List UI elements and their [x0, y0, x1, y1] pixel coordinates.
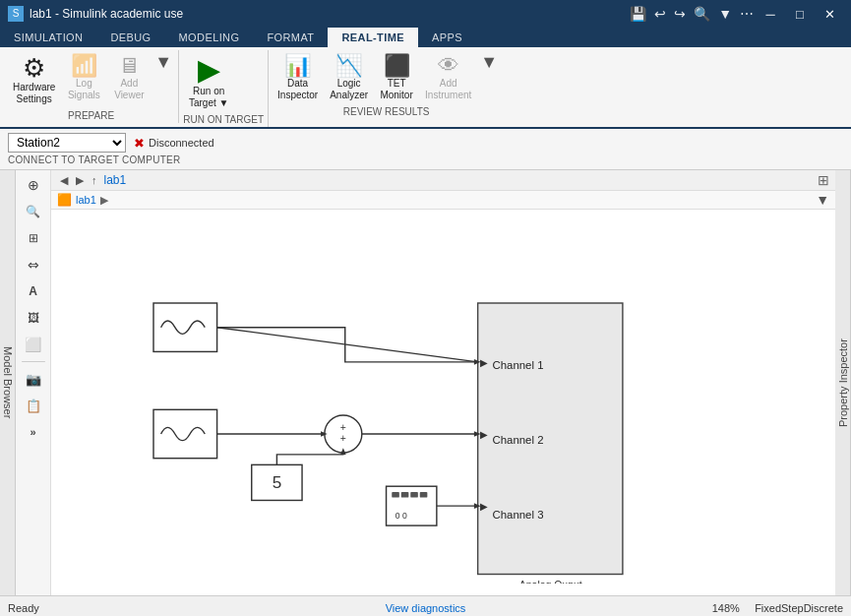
model-browser-sidebar[interactable]: Model Browser [0, 170, 16, 595]
tet-monitor-btn[interactable]: ⬛ TETMonitor [375, 52, 418, 104]
prepare-label: PREPARE [8, 108, 174, 123]
window-title: lab1 - Simulink academic use [30, 7, 619, 21]
run-on-target-label: Run onTarget ▼ [189, 86, 228, 109]
back-btn[interactable]: ◀ [57, 173, 71, 188]
model-icon: 🟧 [57, 193, 72, 207]
text-btn[interactable]: A [19, 278, 48, 304]
save-qat-btn[interactable]: 💾 [627, 4, 649, 24]
zoom-in-btn[interactable]: 🔍 [19, 199, 48, 224]
analog-output-block[interactable]: Channel 1 Channel 2 Channel 3 Analog Oup… [478, 303, 623, 584]
breadcrumb-tab[interactable]: lab1 [104, 173, 127, 187]
tab-format[interactable]: FORMAT [253, 28, 328, 47]
simulink-canvas[interactable]: + + 5 0 0 [51, 210, 835, 584]
main-area: Model Browser ⊕ 🔍 ⊞ ⇔ A 🖼 ⬜ 📷 📋 » ◀ ▶ ↑ … [0, 170, 851, 595]
grid-icon[interactable]: ⊞ [818, 172, 829, 188]
title-bar: S lab1 - Simulink academic use 💾 ↩ ↪ 🔍 ▼… [0, 0, 851, 28]
status-bar: Ready View diagnostics 148% FixedStepDis… [0, 595, 851, 616]
canvas-svg: + + 5 0 0 [51, 210, 835, 584]
station-select[interactable]: Station2 [8, 133, 126, 153]
data-inspector-icon: 📊 [284, 55, 311, 77]
status-right: 148% FixedStepDiscrete [565, 602, 843, 614]
arrows-btn[interactable]: ⇔ [19, 252, 48, 277]
logic-analyzer-icon: 📉 [335, 55, 362, 77]
add-viewer-icon: 🖥 [118, 55, 140, 77]
tab-realtime[interactable]: REAL-TIME [328, 28, 417, 47]
hardware-settings-icon: ⚙ [23, 55, 45, 81]
review-buttons: 📊 DataInspector 📉 LogicAnalyzer ⬛ TETMon… [273, 50, 500, 104]
add-instrument-icon: 👁 [438, 55, 459, 77]
station-dropdown[interactable]: Station2 [8, 133, 126, 153]
status-ready: Ready [8, 602, 286, 614]
redo-qat-btn[interactable]: ↪ [671, 4, 689, 24]
sine-block-1[interactable] [153, 303, 217, 351]
svg-marker-23 [474, 503, 481, 509]
hardware-settings-btn[interactable]: ⚙ HardwareSettings [8, 52, 60, 108]
undo-qat-btn[interactable]: ↩ [651, 4, 669, 24]
add-viewer-btn: 🖥 AddViewer [107, 52, 151, 104]
zoom-fit-btn[interactable]: ⊕ [19, 172, 48, 198]
forward-btn[interactable]: ▶ [73, 173, 87, 188]
svg-text:▶: ▶ [480, 501, 488, 512]
ribbon: ⚙ HardwareSettings 📶 LogSignals 🖥 AddVie… [0, 47, 851, 129]
close-btn[interactable]: ✕ [816, 0, 843, 28]
simulation-mode: FixedStepDiscrete [755, 602, 843, 614]
breadcrumb-nav: ◀ ▶ ↑ [57, 173, 100, 188]
model-path-bar: 🟧 lab1 ▶ ▼ [51, 191, 835, 210]
model-name[interactable]: lab1 [76, 194, 96, 206]
maximize-btn[interactable]: □ [786, 0, 814, 28]
connect-section-label: CONNECT TO TARGET COMPUTER [8, 154, 843, 167]
vertical-toolbar: ⊕ 🔍 ⊞ ⇔ A 🖼 ⬜ 📷 📋 » [16, 170, 51, 595]
tab-apps[interactable]: APPS [418, 28, 476, 47]
tet-monitor-label: TETMonitor [380, 78, 412, 101]
run-label: RUN ON TARGET [183, 112, 264, 127]
review-expand-icon[interactable]: ▼ [480, 52, 498, 73]
const-block[interactable]: 5 [252, 464, 302, 500]
minimize-btn[interactable]: ─ [757, 0, 784, 28]
run-on-target-btn[interactable]: ▶ Run onTarget ▼ [183, 52, 234, 112]
more-qat-btn[interactable]: ▼ [715, 4, 735, 24]
up-btn[interactable]: ↑ [89, 173, 100, 188]
window-controls: ─ □ ✕ [757, 0, 843, 28]
data-inspector-btn[interactable]: 📊 DataInspector [273, 52, 323, 104]
sine-block-2[interactable] [153, 409, 217, 458]
fit-block-btn[interactable]: ⊞ [19, 225, 48, 251]
zoom-level: 148% [712, 602, 740, 614]
tab-modeling[interactable]: MODELING [165, 28, 254, 47]
app-icon: S [8, 6, 24, 22]
menu-qat-btn[interactable]: ⋯ [737, 4, 757, 24]
svg-rect-7 [387, 486, 437, 525]
prepare-expand-icon[interactable]: ▼ [154, 52, 172, 73]
tab-debug[interactable]: DEBUG [96, 28, 164, 47]
tet-monitor-icon: ⬛ [384, 55, 410, 77]
svg-text:▶: ▶ [480, 429, 488, 440]
svg-text:5: 5 [273, 473, 282, 492]
svg-rect-13 [478, 303, 623, 575]
sum-block[interactable]: + + [325, 415, 362, 453]
book-btn[interactable]: 📋 [19, 393, 48, 418]
canvas-container: ◀ ▶ ↑ lab1 ⊞ 🟧 lab1 ▶ ▼ [51, 170, 835, 595]
property-inspector-sidebar[interactable]: Property Inspector [835, 170, 851, 595]
svg-rect-1 [153, 409, 217, 458]
data-inspector-label: DataInspector [277, 78, 318, 101]
svg-rect-9 [401, 492, 409, 498]
svg-text:0 0: 0 0 [395, 511, 407, 521]
digital-block[interactable]: 0 0 [387, 486, 437, 525]
run-buttons: ▶ Run onTarget ▼ [183, 50, 264, 112]
rect-btn[interactable]: ⬜ [19, 332, 48, 357]
svg-text:▶: ▶ [480, 357, 488, 368]
image-btn[interactable]: 🖼 [19, 305, 48, 331]
hardware-settings-label: HardwareSettings [13, 82, 55, 105]
view-diagnostics-link[interactable]: View diagnostics [386, 602, 466, 614]
tab-simulation[interactable]: SIMULATION [0, 28, 96, 47]
search-qat-btn[interactable]: 🔍 [691, 4, 713, 24]
camera-btn[interactable]: 📷 [19, 366, 48, 392]
path-expand[interactable]: ▼ [816, 192, 829, 208]
logic-analyzer-btn[interactable]: 📉 LogicAnalyzer [325, 52, 373, 104]
svg-text:Channel 2: Channel 2 [493, 434, 544, 446]
log-signals-btn: 📶 LogSignals [62, 52, 105, 104]
run-on-target-icon: ▶ [198, 55, 220, 85]
more-vert-btn[interactable]: » [19, 419, 48, 445]
svg-text:+: + [340, 433, 346, 444]
model-browser-label: Model Browser [2, 346, 14, 418]
svg-text:+: + [340, 422, 346, 433]
